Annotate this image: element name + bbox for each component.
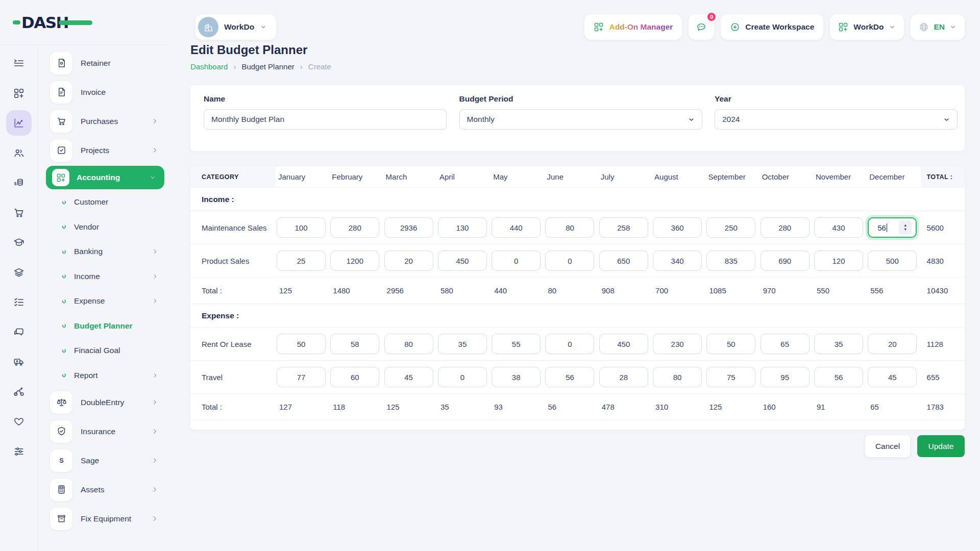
breadcrumb-budget-planner[interactable]: Budget Planner (241, 62, 294, 71)
rail-item-chart[interactable] (0, 108, 38, 138)
budget-input-rent-or-lease-december[interactable] (868, 334, 917, 354)
sidebar-item-finacial-goal[interactable]: Finacial Goal (38, 338, 168, 363)
budget-input-travel-november[interactable] (814, 367, 863, 387)
budget-input-maintenance-sales-september[interactable] (706, 217, 755, 238)
sidebar-item-income[interactable]: Income (38, 264, 168, 289)
sidebar-item-assets[interactable]: Assets (38, 475, 168, 504)
budget-input-maintenance-sales-august[interactable] (653, 217, 702, 238)
budget-input-maintenance-sales-february[interactable] (330, 217, 379, 238)
budget-input-product-sales-december[interactable] (868, 251, 917, 271)
name-input[interactable] (204, 109, 447, 130)
budget-input-maintenance-sales-march[interactable] (384, 217, 433, 238)
sidebar-item-report[interactable]: Report (38, 363, 168, 388)
rail-item-bike[interactable] (0, 377, 38, 407)
layers-icon (13, 267, 24, 278)
budget-period-select[interactable]: Monthly (459, 109, 702, 130)
sidebar-item-vendor[interactable]: Vendor (38, 215, 168, 240)
budget-input-product-sales-may[interactable] (492, 251, 541, 271)
budget-input-rent-or-lease-january[interactable] (277, 334, 326, 354)
budget-input-travel-may[interactable] (492, 367, 541, 387)
budget-input-rent-or-lease-february[interactable] (330, 334, 379, 354)
sidebar-item-customer[interactable]: Customer (38, 190, 168, 215)
budget-input-travel-october[interactable] (761, 367, 810, 387)
budget-input-rent-or-lease-november[interactable] (814, 334, 863, 354)
budget-input-maintenance-sales-june[interactable] (545, 217, 594, 238)
budget-input-travel-april[interactable] (438, 367, 487, 387)
budget-input-rent-or-lease-april[interactable] (438, 334, 487, 354)
budget-input-product-sales-march[interactable] (384, 251, 433, 271)
sidebar-item-budget-planner[interactable]: Budget Planner (38, 314, 168, 339)
addon-manager-button[interactable]: Add-On Manager (584, 14, 682, 40)
budget-input-product-sales-april[interactable] (438, 251, 487, 271)
budget-input-rent-or-lease-october[interactable] (761, 334, 810, 354)
sidebar-item-insurance[interactable]: Insurance (38, 417, 168, 446)
rail-item-layers[interactable] (0, 258, 38, 288)
rail-item-coins[interactable]: $ (0, 168, 38, 198)
budget-input-rent-or-lease-may[interactable] (492, 334, 541, 354)
budget-input-rent-or-lease-march[interactable] (384, 334, 433, 354)
budget-input-travel-september[interactable] (706, 367, 755, 387)
rail-item-grid-plus[interactable] (0, 79, 38, 109)
rail-item-playlist[interactable] (0, 48, 38, 79)
sidebar-item-invoice[interactable]: Invoice (38, 78, 168, 107)
cancel-button[interactable]: Cancel (865, 435, 910, 457)
budget-input-product-sales-september[interactable] (706, 251, 755, 271)
update-button[interactable]: Update (917, 435, 965, 457)
budget-input-maintenance-sales-april[interactable] (438, 217, 487, 238)
sidebar-item-doubleentry[interactable]: DoubleEntry (38, 388, 168, 417)
sidebar-item-accounting[interactable]: Accounting (46, 166, 164, 189)
budget-input-product-sales-november[interactable] (814, 251, 863, 271)
budget-input-maintenance-sales-may[interactable] (492, 217, 541, 238)
row-total-product-sales: 4830 (921, 257, 965, 265)
budget-input-travel-june[interactable] (545, 367, 594, 387)
budget-input-maintenance-sales-october[interactable] (761, 217, 810, 238)
sidebar-item-projects[interactable]: Projects (38, 136, 168, 165)
budget-input-rent-or-lease-june[interactable] (545, 334, 594, 354)
sidebar-item-banking[interactable]: Banking (38, 239, 168, 264)
rail-item-heart[interactable] (0, 407, 38, 437)
create-workspace-button[interactable]: Create Workspace (721, 14, 823, 40)
workspace-switcher[interactable]: WorkDo (195, 14, 276, 40)
workspace-avatar (198, 17, 218, 37)
rail-item-truck[interactable] (0, 347, 38, 377)
rail-item-sliders[interactable] (0, 437, 38, 467)
budget-input-maintenance-sales-july[interactable] (599, 217, 648, 238)
truck-icon (13, 356, 24, 367)
language-selector[interactable]: EN (911, 14, 965, 40)
brand-logo[interactable]: DASH (13, 13, 68, 32)
sidebar-item-expense[interactable]: Expense (38, 289, 168, 314)
budget-input-maintenance-sales-november[interactable] (814, 217, 863, 238)
messages-button[interactable]: 0 (689, 14, 714, 40)
budget-input-product-sales-june[interactable] (545, 251, 594, 271)
breadcrumb-dashboard[interactable]: Dashboard (190, 62, 228, 71)
budget-input-product-sales-january[interactable] (277, 251, 326, 271)
budget-input-product-sales-august[interactable] (653, 251, 702, 271)
budget-input-travel-february[interactable] (330, 367, 379, 387)
budget-input-rent-or-lease-july[interactable] (599, 334, 648, 354)
budget-input-travel-july[interactable] (599, 367, 648, 387)
budget-input-product-sales-february[interactable] (330, 251, 379, 271)
rail-item-graduation[interactable] (0, 228, 38, 258)
rail-item-checklist[interactable] (0, 287, 38, 317)
year-select[interactable]: 2024 (715, 109, 958, 130)
budget-input-rent-or-lease-august[interactable] (653, 334, 702, 354)
number-spinner[interactable]: ▲▼ (899, 220, 912, 235)
budget-input-travel-january[interactable] (277, 367, 326, 387)
budget-input-maintenance-sales-december[interactable]: 56▲▼ (868, 217, 917, 238)
budget-input-product-sales-july[interactable] (599, 251, 648, 271)
rail-item-cart[interactable] (0, 198, 38, 228)
budget-input-travel-december[interactable] (868, 367, 917, 387)
budget-input-product-sales-october[interactable] (761, 251, 810, 271)
budget-input-travel-march[interactable] (384, 367, 433, 387)
budget-input-rent-or-lease-september[interactable] (706, 334, 755, 354)
sidebar-item-sage[interactable]: SSage (38, 446, 168, 475)
rail-item-users[interactable] (0, 138, 38, 168)
sidebar-item-retainer[interactable]: Retainer (38, 48, 168, 78)
sidebar-item-fix-equipment[interactable]: Fix Equipment (38, 504, 168, 533)
budget-input-travel-august[interactable] (653, 367, 702, 387)
year-label: Year (715, 94, 958, 104)
budget-input-maintenance-sales-january[interactable] (277, 217, 326, 238)
workdo-menu-button[interactable]: WorkDo (830, 14, 904, 40)
sidebar-item-purchases[interactable]: Purchases (38, 107, 168, 136)
rail-item-chat-duo[interactable] (0, 317, 38, 347)
